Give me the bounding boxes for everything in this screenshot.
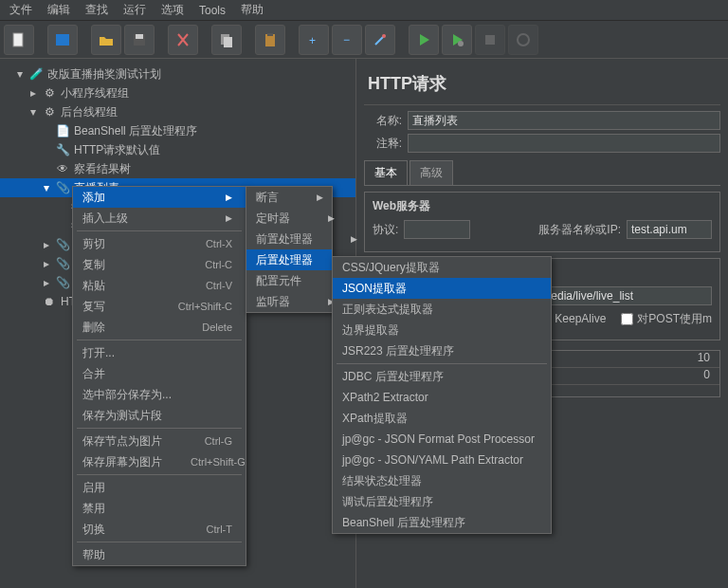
tab-advanced[interactable]: 高级 (410, 160, 453, 185)
copy-icon[interactable] (211, 25, 242, 55)
ctx-disable[interactable]: 禁用 (73, 498, 246, 519)
expand-icon[interactable]: + (299, 25, 329, 55)
panel-title: HTTP请求 (364, 66, 720, 105)
comment-field[interactable] (408, 134, 720, 153)
sub-preprocessors[interactable]: 前置处理器 (246, 229, 332, 249)
multipart-label: 对POST使用m (637, 311, 712, 327)
wrench-icon: 🔧 (55, 142, 70, 157)
name-field[interactable] (408, 111, 720, 130)
start-icon[interactable] (409, 25, 439, 55)
pp-json-extractor[interactable]: JSON提取器 (333, 278, 551, 299)
svg-rect-1 (56, 34, 69, 46)
ctx-save-fragment[interactable]: 保存为测试片段 (73, 405, 246, 426)
toggle-icon[interactable] (365, 25, 395, 55)
shutdown-icon[interactable] (508, 25, 538, 55)
save-icon[interactable] (124, 25, 155, 55)
ctx-copy[interactable]: 复制Ctrl-C (73, 254, 246, 275)
tree-item[interactable]: ▸⚙小程序线程组 (0, 83, 355, 102)
svg-rect-0 (13, 33, 23, 46)
sampler-icon: 📎 (55, 237, 70, 252)
menu-find[interactable]: 查找 (78, 0, 116, 21)
sampler-icon: 📎 (55, 256, 70, 271)
flask-icon: 🧪 (28, 66, 44, 82)
tab-basic[interactable]: 基本 (364, 160, 408, 185)
pp-jpgc-json-format[interactable]: jp@gc - JSON Format Post Processor (333, 429, 551, 450)
comment-label: 注释: (364, 136, 402, 152)
name-label: 名称: (364, 113, 402, 129)
pp-css-jquery[interactable]: CSS/JQuery提取器 (333, 257, 551, 278)
pp-xpath2[interactable]: XPath2 Extractor (333, 387, 551, 408)
script-icon: 📄 (55, 123, 70, 138)
stop-icon[interactable] (475, 25, 505, 55)
multipart-checkbox[interactable] (621, 313, 633, 325)
svg-point-11 (458, 41, 464, 46)
web-server-legend: Web服务器 (373, 198, 712, 214)
ctx-duplicate[interactable]: 复写Ctrl+Shift-C (73, 296, 246, 317)
ctx-save-selection[interactable]: 选中部分保存为... (73, 384, 246, 405)
pp-jsr223[interactable]: JSR223 后置处理程序 (333, 340, 551, 361)
start-no-timers-icon[interactable] (442, 25, 472, 55)
gear-icon: ⚙ (42, 85, 57, 101)
menu-run[interactable]: 运行 (116, 0, 154, 21)
server-field[interactable] (627, 220, 712, 239)
submenu-add: 断言 定时器 前置处理器 后置处理器 配置元件 监听器 (246, 186, 333, 313)
pp-result-status[interactable]: 结果状态处理器 (333, 470, 551, 491)
tree-item[interactable]: 📄BeanShell 后置处理程序 (0, 121, 355, 140)
submenu-postprocessors: CSS/JQuery提取器 JSON提取器 正则表达式提取器 边界提取器 JSR… (332, 256, 552, 534)
ctx-toggle[interactable]: 切换Ctrl-T (73, 519, 246, 540)
ctx-enable[interactable]: 启用 (73, 477, 246, 498)
protocol-field[interactable] (404, 220, 470, 239)
eye-icon: 👁 (55, 161, 70, 176)
pp-beanshell[interactable]: BeanShell 后置处理程序 (333, 512, 551, 533)
menu-tools[interactable]: Tools (191, 1, 233, 20)
menubar: 文件 编辑 查找 运行 选项 Tools 帮助 (0, 0, 728, 21)
server-label: 服务器名称或IP: (538, 222, 621, 238)
ctx-save-screen-image[interactable]: 保存屏幕为图片Ctrl+Shift-G (73, 451, 246, 472)
svg-rect-5 (224, 37, 232, 47)
context-menu: 添加 插入上级 剪切Ctrl-X 复制Ctrl-C 粘贴Ctrl-V 复写Ctr… (72, 186, 246, 566)
ctx-add[interactable]: 添加 (73, 187, 246, 208)
pp-regex-extractor[interactable]: 正则表达式提取器 (333, 299, 551, 320)
sub-timers[interactable]: 定时器 (246, 208, 332, 229)
tree-item[interactable]: ▾⚙后台线程组 (0, 102, 355, 121)
sub-postprocessors[interactable]: 后置处理器 (246, 249, 332, 270)
recorder-icon: ⏺ (42, 294, 57, 309)
path-field[interactable] (537, 286, 712, 305)
sub-assertions[interactable]: 断言 (246, 187, 332, 208)
menu-options[interactable]: 选项 (154, 0, 191, 21)
paste-icon[interactable] (255, 25, 285, 55)
menu-help[interactable]: 帮助 (233, 0, 271, 21)
ctx-save-node-image[interactable]: 保存节点为图片Ctrl-G (73, 431, 246, 451)
ctx-cut[interactable]: 剪切Ctrl-X (73, 233, 246, 254)
tree-item[interactable]: 🔧HTTP请求默认值 (0, 140, 355, 159)
ctx-open[interactable]: 打开... (73, 342, 246, 363)
sub-config[interactable]: 配置元件 (246, 270, 332, 291)
toolbar: + − (0, 21, 728, 59)
pp-xpath[interactable]: XPath提取器 (333, 408, 551, 429)
svg-text:−: − (343, 33, 350, 46)
ctx-paste[interactable]: 粘贴Ctrl-V (73, 275, 246, 296)
ctx-insert-parent[interactable]: 插入上级 (73, 208, 246, 229)
collapse-icon[interactable]: − (332, 25, 362, 55)
tree-root[interactable]: ▾🧪改版直播抽奖测试计划 (0, 64, 355, 83)
sub-listeners[interactable]: 监听器 (246, 291, 332, 312)
new-icon[interactable] (4, 25, 34, 55)
svg-point-10 (382, 34, 386, 38)
pp-jpgc-json-yaml[interactable]: jp@gc - JSON/YAML Path Extractor (333, 450, 551, 470)
templates-icon[interactable] (47, 25, 78, 55)
svg-rect-3 (136, 34, 143, 39)
menu-edit[interactable]: 编辑 (40, 0, 78, 21)
ctx-delete[interactable]: 删除Delete (73, 317, 246, 338)
protocol-label: 协议: (373, 222, 398, 238)
menu-file[interactable]: 文件 (2, 0, 40, 21)
ctx-help[interactable]: 帮助 (73, 544, 246, 565)
pp-boundary-extractor[interactable]: 边界提取器 (333, 320, 551, 340)
pp-jdbc[interactable]: JDBC 后置处理程序 (333, 366, 551, 387)
sampler-icon: 📎 (55, 180, 70, 195)
pp-debug[interactable]: 调试后置处理程序 (333, 491, 551, 512)
ctx-merge[interactable]: 合并 (73, 363, 246, 384)
tree-item[interactable]: 👁察看结果树 (0, 159, 355, 178)
sampler-icon: 📎 (55, 275, 70, 290)
cut-icon[interactable] (168, 25, 198, 55)
open-icon[interactable] (91, 25, 121, 55)
